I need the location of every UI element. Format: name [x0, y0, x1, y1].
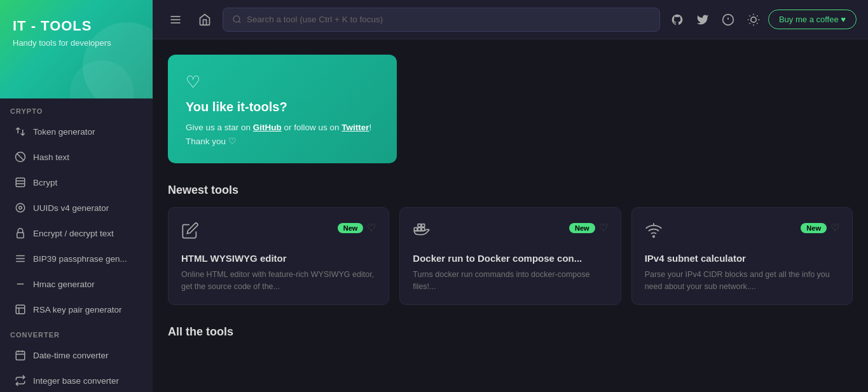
github-icon: [671, 13, 684, 26]
app-subtitle: Handy tools for developers: [13, 38, 140, 48]
docker-icon: [413, 222, 431, 244]
tool-cards-newest: New ♡ HTML WYSIWYG editor Online HTML ed…: [168, 207, 853, 305]
sidebar-item-hash-text[interactable]: Hash text: [4, 145, 149, 169]
svg-line-35: [757, 15, 757, 16]
svg-rect-40: [422, 224, 425, 227]
sidebar-item-uuids[interactable]: UUIDs v4 generator: [4, 196, 149, 220]
svg-rect-37: [418, 228, 421, 231]
svg-rect-12: [16, 305, 25, 314]
tool-card-header: New ♡: [413, 222, 607, 244]
sidebar-section-crypto: Crypto: [0, 98, 153, 119]
tool-card-html-wysiwyg[interactable]: New ♡ HTML WYSIWYG editor Online HTML ed…: [168, 207, 389, 305]
menu-button[interactable]: [164, 8, 187, 31]
tool-card-docker-compose[interactable]: New ♡ Docker run to Docker compose con..…: [399, 207, 621, 305]
twitter-icon: [696, 13, 709, 26]
svg-rect-39: [418, 224, 421, 227]
rsa-icon: [14, 303, 27, 316]
home-button[interactable]: [193, 8, 216, 31]
tool-card-header: New ♡: [645, 222, 839, 244]
sidebar-item-integer-base[interactable]: Integer base converter: [4, 368, 149, 392]
favorite-button[interactable]: ♡: [599, 222, 608, 234]
svg-line-34: [749, 23, 750, 24]
welcome-text-part2: or follow us on: [282, 123, 342, 132]
tool-card-desc: Turns docker run commands into docker-co…: [413, 269, 607, 293]
sidebar-item-label: RSA key pair generator: [33, 305, 122, 314]
sidebar-item-bip39[interactable]: BIP39 passphrase gen...: [4, 247, 149, 271]
tool-card-actions: New ♡: [338, 222, 376, 234]
topbar-icons: Buy me a coffee ♥: [666, 9, 857, 30]
calendar-icon: [14, 349, 27, 362]
welcome-text-part1: Give us a star on: [186, 123, 253, 132]
content-area: ♡ You like it-tools? Give us a star on G…: [153, 39, 868, 392]
convert-icon: [14, 374, 27, 387]
svg-rect-7: [17, 233, 24, 238]
sidebar-item-encrypt-decrypt[interactable]: Encrypt / decrypt text: [4, 221, 149, 245]
bcrypt-icon: [14, 176, 27, 189]
svg-rect-2: [16, 178, 25, 187]
tool-card-desc: Parse your IPv4 CIDR blocks and get all …: [645, 269, 839, 293]
svg-line-1: [17, 154, 24, 161]
sidebar-item-token-generator[interactable]: Token generator: [4, 119, 149, 144]
sidebar-header: IT - TOOLS Handy tools for developers: [0, 0, 153, 98]
main-content: Buy me a coffee ♥ ♡ You like it-tools? G…: [153, 0, 868, 392]
github-link[interactable]: GitHub: [253, 123, 282, 132]
sidebar-item-label: Bcrypt: [33, 178, 57, 187]
favorite-button[interactable]: ♡: [830, 222, 839, 234]
new-badge: New: [338, 223, 364, 233]
svg-point-22: [233, 16, 240, 22]
github-button[interactable]: [666, 9, 688, 30]
svg-line-30: [749, 15, 750, 16]
all-tools-title: All the tools: [168, 325, 853, 339]
sidebar-item-label: Encrypt / decrypt text: [33, 229, 114, 238]
tool-card-title: HTML WYSIWYG editor: [181, 253, 376, 264]
hash-icon: [14, 151, 27, 163]
sidebar-item-label: Date-time converter: [33, 351, 109, 360]
sidebar-item-rsa[interactable]: RSA key pair generator: [4, 297, 149, 321]
sidebar-item-label: Integer base converter: [33, 376, 119, 386]
search-icon: [232, 15, 242, 24]
svg-point-6: [19, 206, 22, 210]
tool-card-ipv4-subnet[interactable]: New ♡ IPv4 subnet calculator Parse your …: [631, 207, 853, 305]
theme-button[interactable]: [743, 9, 764, 30]
sidebar-item-label: UUIDs v4 generator: [33, 203, 109, 213]
search-input[interactable]: [247, 15, 651, 24]
welcome-title: You like it-tools?: [186, 100, 379, 114]
svg-point-41: [652, 236, 654, 237]
info-button[interactable]: [717, 9, 739, 30]
hmac-icon: [14, 278, 27, 290]
network-icon: [645, 222, 663, 244]
arrows-icon: [14, 125, 27, 138]
bip39-icon: [14, 252, 27, 265]
wysiwyg-icon: [181, 222, 199, 244]
svg-line-31: [757, 23, 757, 24]
sidebar-item-label: Hash text: [33, 152, 69, 162]
tool-card-title: IPv4 subnet calculator: [645, 253, 839, 264]
svg-line-23: [238, 21, 240, 23]
sidebar-section-converter: Converter: [0, 322, 153, 342]
favorite-button[interactable]: ♡: [367, 222, 376, 234]
sidebar-item-bcrypt[interactable]: Bcrypt: [4, 170, 149, 194]
tool-card-actions: New ♡: [569, 222, 608, 234]
topbar: Buy me a coffee ♥: [153, 0, 868, 39]
sidebar-item-label: Hmac generator: [33, 280, 95, 289]
tool-card-header: New ♡: [181, 222, 376, 244]
twitter-button[interactable]: [692, 9, 713, 30]
svg-rect-38: [422, 228, 425, 231]
theme-icon: [747, 13, 760, 26]
search-bar: [223, 8, 660, 32]
newest-tools-title: Newest tools: [168, 184, 853, 197]
thanks-heart: ♡: [228, 137, 237, 146]
twitter-link[interactable]: Twitter: [341, 123, 369, 132]
sidebar-item-label: BIP39 passphrase gen...: [33, 254, 127, 264]
sidebar-item-hmac[interactable]: Hmac generator: [4, 272, 149, 296]
tool-card-title: Docker run to Docker compose con...: [413, 253, 607, 264]
welcome-card: ♡ You like it-tools? Give us a star on G…: [168, 55, 397, 163]
svg-rect-36: [415, 228, 418, 231]
tool-card-actions: New ♡: [801, 222, 839, 234]
svg-rect-15: [16, 351, 25, 360]
uuid-icon: [14, 201, 27, 214]
svg-point-27: [751, 17, 756, 22]
sidebar-item-datetime[interactable]: Date-time converter: [4, 343, 149, 367]
tool-card-desc: Online HTML editor with feature-rich WYS…: [181, 269, 376, 293]
coffee-button[interactable]: Buy me a coffee ♥: [768, 10, 857, 29]
